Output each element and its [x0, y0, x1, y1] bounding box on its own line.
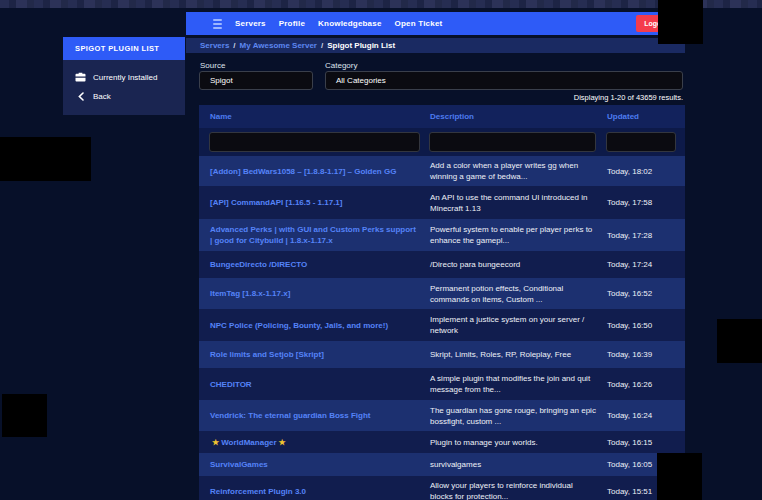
plugin-updated: Today, 16:24 [607, 406, 685, 425]
table-filter-row [199, 128, 685, 156]
table-row[interactable]: Advanced Perks | with GUI and Custom Per… [199, 219, 685, 251]
plugin-link[interactable]: [API] CommandAPI [1.16.5 - 1.17.1] [199, 193, 430, 212]
main-content: Servers / My Awesome Server / Spigot Plu… [186, 38, 685, 500]
plugin-link[interactable]: ★WorldManager★ [199, 433, 430, 452]
redaction-box [717, 319, 762, 363]
table-row[interactable]: ItemTag [1.8.x-1.17.x] Permanent potion … [199, 278, 685, 309]
plugin-link[interactable]: ItemTag [1.8.x-1.17.x] [199, 284, 430, 303]
plugin-updated: Today, 16:26 [607, 375, 685, 394]
plugin-link[interactable]: Role limits and Setjob [Skript] [199, 345, 430, 364]
plugin-description: Permanent potion effects, Conditional co… [430, 279, 607, 309]
sidebar-item-currently-installed[interactable]: Currently Installed [63, 67, 185, 87]
results-summary: Displaying 1-20 of 43659 results. [574, 93, 683, 102]
plugin-description: Add a color when a player writes gg when… [430, 156, 607, 186]
redaction-box [658, 0, 703, 44]
background-banner [0, 0, 762, 8]
plugin-link[interactable]: CHEDITOR [199, 375, 430, 394]
table-row[interactable]: Reinforcement Plugin 3.0 Allow your play… [199, 476, 685, 500]
plugin-description: A simple plugin that modifies the join a… [430, 369, 607, 399]
table-row[interactable]: SurvivalGames survivalgames Today, 16:05 [199, 453, 685, 476]
star-icon: ★ [279, 438, 286, 447]
plugin-link[interactable]: [Addon] BedWars1058 – [1.8.8-1.17] – Gol… [199, 162, 430, 181]
category-select[interactable]: All Categories [325, 71, 683, 90]
table-row[interactable]: [API] CommandAPI [1.16.5 - 1.17.1] An AP… [199, 186, 685, 219]
table-row[interactable]: Vendrick: The eternal guardian Boss Figh… [199, 400, 685, 431]
plugin-updated: Today, 17:24 [607, 255, 685, 274]
sidebar: SPIGOT PLUGIN LIST Currently Installed B… [63, 37, 185, 115]
table-body: [Addon] BedWars1058 – [1.8.8-1.17] – Gol… [199, 156, 685, 500]
plugin-description: The guardian has gone rouge, bringing an… [430, 401, 607, 431]
hamburger-icon[interactable] [213, 19, 222, 29]
table-row[interactable]: [Addon] BedWars1058 – [1.8.8-1.17] – Gol… [199, 156, 685, 186]
redaction-box [2, 394, 47, 437]
toolbox-icon [75, 72, 86, 82]
source-label: Source [200, 61, 225, 70]
plugin-updated: Today, 16:39 [607, 345, 685, 364]
plugin-updated: Today, 17:28 [607, 226, 685, 245]
name-filter-input[interactable] [209, 132, 420, 152]
table-row[interactable]: NPC Police (Policing, Bounty, Jails, and… [199, 309, 685, 341]
sidebar-item-label: Currently Installed [93, 73, 157, 82]
nav-item-servers[interactable]: Servers [235, 19, 266, 28]
table-row[interactable]: BungeeDirecto /DIRECTO /Directo para bun… [199, 251, 685, 278]
plugin-description: Implement a justice system on your serve… [430, 310, 607, 340]
plugin-description: Powerful system to enable per player per… [430, 220, 607, 250]
plugin-link[interactable]: SurvivalGames [199, 455, 430, 474]
plugin-description: survivalgames [430, 455, 607, 474]
nav-item-open-ticket[interactable]: Open Ticket [395, 19, 443, 28]
plugin-description: An API to use the command UI introduced … [430, 188, 607, 218]
category-label: Category [325, 61, 357, 70]
column-header-name[interactable]: Name [199, 112, 430, 121]
plugin-link[interactable]: Vendrick: The eternal guardian Boss Figh… [199, 406, 430, 425]
breadcrumb-separator: / [321, 41, 323, 50]
plugin-description: Skript, Limits, Roles, RP, Roleplay, Fre… [430, 345, 607, 364]
plugin-updated: Today, 16:50 [607, 316, 685, 335]
sidebar-title: SPIGOT PLUGIN LIST [63, 37, 185, 60]
redaction-box [657, 453, 702, 500]
sidebar-item-back[interactable]: Back [63, 87, 185, 106]
plugin-description: /Directo para bungeecord [430, 255, 607, 274]
spigot-plugin-list-page: Servers Profile Knowledgebase Open Ticke… [0, 0, 762, 500]
sidebar-menu: Currently Installed Back [63, 60, 185, 115]
plugin-link[interactable]: NPC Police (Policing, Bounty, Jails, and… [199, 316, 430, 335]
plugin-link[interactable]: Advanced Perks | with GUI and Custom Per… [199, 220, 430, 250]
nav-item-knowledgebase[interactable]: Knowledgebase [318, 19, 382, 28]
description-filter-input[interactable] [429, 132, 596, 152]
breadcrumb-current: Spigot Plugin List [327, 41, 395, 50]
sidebar-item-label: Back [93, 92, 111, 101]
table-row[interactable]: CHEDITOR A simple plugin that modifies t… [199, 368, 685, 400]
breadcrumb-link-server[interactable]: My Awesome Server [240, 41, 317, 50]
plugin-table: Name Description Updated [Addon] BedWars… [199, 105, 685, 500]
star-icon: ★ [212, 438, 219, 447]
plugin-link[interactable]: Reinforcement Plugin 3.0 [199, 482, 430, 500]
navbar: Servers Profile Knowledgebase Open Ticke… [186, 12, 680, 35]
breadcrumb-link-servers[interactable]: Servers [200, 41, 229, 50]
plugin-updated: Today, 17:58 [607, 193, 685, 212]
redaction-box [0, 137, 91, 181]
plugin-link[interactable]: BungeeDirecto /DIRECTO [199, 255, 430, 274]
table-header: Name Description Updated [199, 105, 685, 128]
plugin-name: WorldManager [221, 438, 276, 447]
table-row[interactable]: Role limits and Setjob [Skript] Skript, … [199, 341, 685, 368]
plugin-description: Plugin to manage your worlds. [430, 433, 607, 452]
updated-filter-input[interactable] [606, 132, 676, 152]
plugin-updated: Today, 18:02 [607, 162, 685, 181]
plugin-updated: Today, 16:52 [607, 284, 685, 303]
source-select[interactable]: Spigot [199, 71, 313, 90]
breadcrumb-separator: / [233, 41, 235, 50]
table-row[interactable]: ★WorldManager★ Plugin to manage your wor… [199, 431, 685, 453]
chevron-left-icon [75, 92, 86, 101]
plugin-updated: Today, 16:15 [607, 433, 685, 452]
column-header-updated[interactable]: Updated [607, 112, 685, 121]
column-header-description[interactable]: Description [430, 112, 607, 121]
nav-item-profile[interactable]: Profile [279, 19, 305, 28]
breadcrumb: Servers / My Awesome Server / Spigot Plu… [186, 38, 685, 53]
plugin-description: Allow your players to reinforce individu… [430, 476, 607, 500]
